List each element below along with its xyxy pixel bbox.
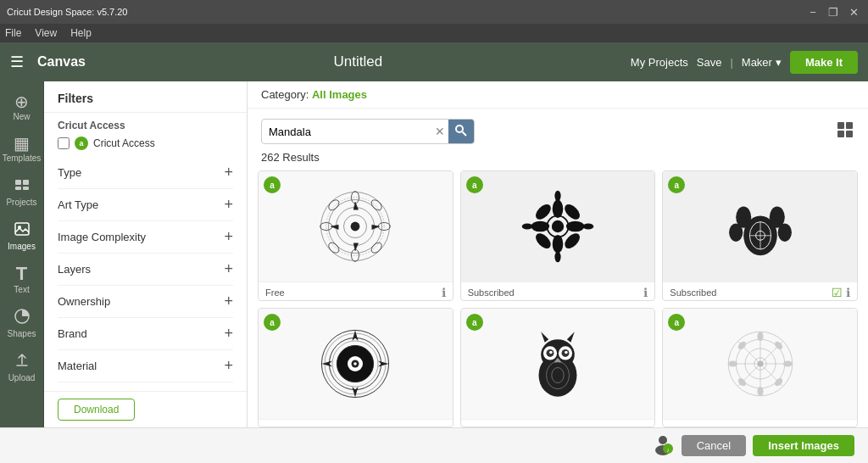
title-bar: Cricut Design Space: v5.7.20 − ❐ ✕: [0, 0, 868, 24]
image-footer-4: [259, 419, 453, 427]
search-go-button[interactable]: [448, 119, 474, 144]
filter-panel: Filters Cricut Access a Cricut Access Ty…: [44, 81, 248, 427]
menu-view[interactable]: View: [35, 27, 57, 39]
search-input[interactable]: [262, 126, 431, 138]
filter-type-expand[interactable]: +: [224, 164, 233, 181]
image-badge-6: a: [668, 314, 685, 331]
templates-icon: ▦: [14, 135, 30, 152]
search-bar: ✕: [248, 109, 868, 151]
filter-image-complexity[interactable]: Image Complexity +: [58, 221, 233, 254]
info-icon-2[interactable]: ℹ: [643, 286, 648, 299]
search-clear-button[interactable]: ✕: [431, 125, 448, 138]
svg-point-23: [370, 198, 384, 213]
check-icon-3[interactable]: ☑: [832, 286, 843, 299]
canvas-label: Canvas: [37, 54, 86, 70]
filter-art-type-expand[interactable]: +: [224, 196, 233, 214]
save-button[interactable]: Save: [697, 56, 722, 69]
image-label-3: Subscribed: [670, 287, 716, 298]
image-badge-4: a: [264, 314, 281, 331]
image-card-1[interactable]: a: [258, 170, 453, 301]
sidebar-item-text[interactable]: T Text: [2, 259, 42, 299]
info-icon-1[interactable]: ℹ: [442, 286, 446, 299]
menu-help[interactable]: Help: [70, 27, 92, 39]
svg-text:♪: ♪: [666, 447, 670, 453]
make-it-button[interactable]: Make It: [790, 51, 858, 74]
maker-button[interactable]: Maker ▾: [742, 56, 782, 69]
category-bar: Category: All Images: [248, 81, 868, 109]
category-link[interactable]: All Images: [312, 88, 367, 101]
filter-art-type-label: Art Type: [58, 198, 98, 211]
svg-rect-4: [15, 223, 29, 235]
svg-marker-60: [353, 387, 359, 398]
filter-brand-label: Brand: [58, 327, 87, 340]
svg-marker-61: [322, 360, 333, 366]
svg-point-64: [354, 362, 358, 365]
filter-layers-expand[interactable]: +: [224, 260, 233, 278]
image-thumb-5: a: [461, 309, 655, 419]
filter-type[interactable]: Type +: [58, 157, 233, 189]
cricut-access-section: Cricut Access a Cricut Access: [58, 120, 233, 150]
grid-toggle-button[interactable]: [836, 120, 854, 143]
image-thumb-6: a: [663, 309, 857, 419]
insert-images-button[interactable]: Insert Images: [753, 435, 854, 456]
hamburger-icon[interactable]: ☰: [10, 53, 24, 71]
image-card-5[interactable]: a: [460, 308, 656, 427]
svg-point-44: [583, 223, 594, 229]
close-button[interactable]: ✕: [846, 4, 861, 20]
filter-layers-label: Layers: [58, 263, 91, 276]
cancel-button[interactable]: Cancel: [682, 435, 746, 456]
svg-point-76: [565, 351, 568, 354]
search-input-wrap: ✕: [261, 119, 475, 144]
sidebar-item-label-projects: Projects: [6, 198, 36, 207]
category-prefix: Category:: [261, 88, 312, 101]
filter-image-complexity-expand[interactable]: +: [224, 228, 233, 246]
svg-point-25: [370, 241, 384, 255]
info-icon-3[interactable]: ℹ: [846, 286, 850, 299]
image-card-6[interactable]: a: [662, 308, 858, 427]
sidebar-item-new[interactable]: ⊕ New: [2, 88, 42, 126]
bottom-bar: ♪ Cancel Insert Images: [0, 427, 868, 463]
sidebar-item-label-templates: Templates: [3, 153, 42, 163]
download-button[interactable]: Download: [58, 399, 135, 421]
cricut-access-badge: a: [75, 137, 88, 150]
sidebar-item-label-upload: Upload: [8, 373, 36, 382]
sidebar-item-label-shapes: Shapes: [8, 329, 36, 338]
sidebar-item-templates[interactable]: ▦ Templates: [2, 130, 42, 168]
cricut-access-checkbox[interactable]: [58, 137, 70, 149]
sidebar-item-upload[interactable]: Upload: [2, 347, 42, 388]
image-badge-1: a: [264, 176, 281, 193]
my-projects-link[interactable]: My Projects: [631, 56, 688, 69]
filter-brand[interactable]: Brand +: [58, 318, 233, 350]
image-card-2[interactable]: a: [460, 170, 656, 301]
filter-material-expand[interactable]: +: [224, 357, 233, 375]
svg-rect-12: [846, 131, 853, 137]
image-footer-3: Subscribed ☑ ℹ: [663, 282, 857, 301]
restore-button[interactable]: ❐: [826, 4, 841, 20]
svg-point-22: [327, 198, 342, 213]
filter-ownership-expand[interactable]: +: [224, 293, 233, 310]
filter-art-type[interactable]: Art Type +: [58, 189, 233, 221]
svg-point-49: [729, 223, 743, 242]
menu-file[interactable]: File: [5, 27, 21, 39]
filter-layers[interactable]: Layers +: [58, 254, 233, 286]
image-footer-icons-1: ℹ: [442, 286, 446, 299]
svg-point-24: [327, 241, 342, 255]
filter-ownership[interactable]: Ownership +: [58, 286, 233, 318]
image-card-4[interactable]: a: [258, 308, 453, 427]
results-count: 262 Results: [248, 151, 868, 170]
sidebar-item-label-new: New: [13, 112, 30, 121]
image-thumb-4: a: [259, 309, 453, 419]
image-grid: a: [248, 170, 868, 427]
sidebar-item-shapes[interactable]: Shapes: [2, 303, 42, 343]
sidebar-item-projects[interactable]: Projects: [2, 171, 42, 212]
menu-bar: File View Help: [0, 24, 868, 42]
filter-material-label: Material: [58, 360, 97, 372]
svg-marker-69: [541, 332, 548, 343]
sidebar-item-images[interactable]: Images: [2, 215, 42, 256]
image-card-3[interactable]: a: [662, 170, 858, 301]
filter-material[interactable]: Material +: [58, 350, 233, 382]
filter-brand-expand[interactable]: +: [224, 325, 233, 343]
svg-marker-70: [567, 332, 575, 343]
minimize-button[interactable]: −: [805, 4, 821, 20]
app-title: Cricut Design Space: v5.7.20: [7, 7, 805, 17]
